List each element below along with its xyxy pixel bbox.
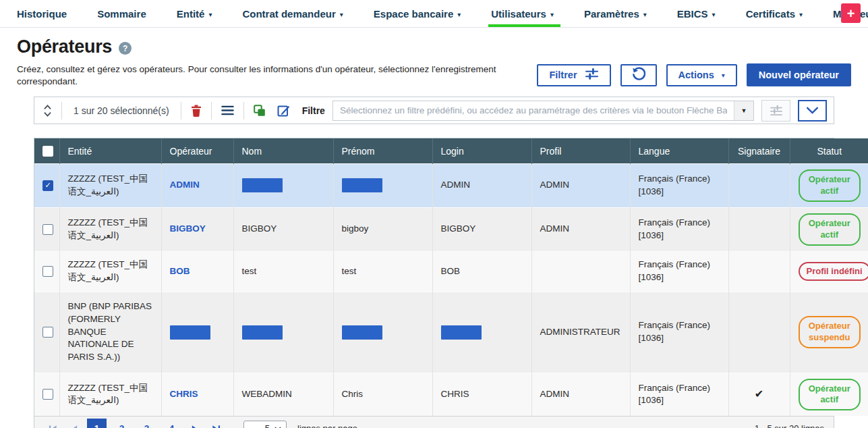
redacted-value: [441, 325, 482, 340]
page-numbers: 1234: [87, 419, 181, 428]
edit-icon[interactable]: [275, 103, 292, 118]
column-header-select[interactable]: [34, 138, 59, 163]
list-menu-icon[interactable]: [219, 104, 236, 117]
nav-item-certificats[interactable]: Certificats▾: [746, 0, 803, 27]
help-icon[interactable]: ?: [119, 42, 132, 55]
nav-item-contrat-demandeur[interactable]: Contrat demandeur▾: [242, 0, 343, 27]
nav-item-entite[interactable]: Entité▾: [177, 0, 212, 27]
table-row[interactable]: ZZZZZ (TEST_中国语文_العربية)CHRISWEBADMINCh…: [34, 373, 868, 416]
nav-item-historique[interactable]: Historique: [17, 0, 67, 27]
criteria-settings-button[interactable]: [761, 100, 790, 122]
nav-item-label: Certificats: [746, 8, 795, 20]
toolbar-separator: [211, 102, 212, 119]
redacted-value: [242, 178, 283, 192]
nav-item-sommaire[interactable]: Sommaire: [97, 0, 146, 27]
next-page-icon[interactable]: [185, 419, 203, 428]
table-row[interactable]: ZZZZZ (TEST_中国语文_العربية)BIGBOYBIGBOYbig…: [34, 207, 868, 251]
row-checkbox[interactable]: [42, 327, 53, 338]
chevron-down-icon: ▾: [340, 11, 343, 18]
column-header-prenom[interactable]: Prénom: [333, 138, 432, 163]
nav-item-parametres[interactable]: Paramètres▾: [584, 0, 647, 27]
combobox-dropdown-icon[interactable]: ▼: [734, 101, 753, 120]
status-badge: Opérateur actif: [799, 213, 861, 246]
toolbar-separator: [61, 102, 62, 119]
previous-page-icon[interactable]: [65, 419, 83, 428]
pagination-bar: 1234 5 lignes par page 1 - 5 sur 20 lign…: [34, 416, 834, 428]
nav-item-utilisateurs[interactable]: Utilisateurs▾: [491, 0, 554, 27]
column-header-entite[interactable]: Entité: [59, 138, 161, 163]
page-number-1[interactable]: 1: [87, 419, 107, 428]
row-checkbox[interactable]: [42, 266, 53, 277]
refresh-button[interactable]: [620, 64, 657, 86]
last-page-icon[interactable]: [207, 419, 225, 428]
collapse-expand-icon[interactable]: [41, 103, 54, 119]
operator-link[interactable]: ADMIN: [170, 180, 200, 190]
filter-combobox: ▼: [332, 101, 754, 121]
cell-prenom: [333, 163, 432, 207]
cell-nom: test: [233, 251, 333, 292]
filter-input[interactable]: [333, 101, 734, 120]
page-number-3[interactable]: 3: [137, 419, 156, 428]
filter-field-label: Filtre: [302, 105, 325, 116]
cell-statut: Opérateur actif: [790, 163, 868, 207]
add-button[interactable]: +: [841, 3, 861, 23]
cell-langue: Français (France) [1036]: [630, 373, 728, 416]
cell-nom: WEBADMIN: [233, 373, 333, 416]
expand-filter-button[interactable]: [798, 100, 827, 122]
cell-operator: BOB: [161, 251, 233, 292]
page-size-select[interactable]: 5: [243, 421, 287, 428]
nav-item-espace-bancaire[interactable]: Espace bancaire▾: [374, 0, 461, 27]
status-badge: Profil indéfini: [799, 262, 868, 282]
operator-link[interactable]: BIGBOY: [170, 223, 206, 234]
select-all-checkbox[interactable]: [42, 146, 53, 157]
chevron-down-icon: ▾: [457, 11, 461, 18]
selection-count: 1 sur 20 sélectionné(s): [69, 105, 173, 116]
page-size-value: 5: [265, 423, 270, 428]
page-size-label: lignes par page: [297, 423, 357, 428]
cell-statut: Opérateur suspendu: [790, 292, 868, 373]
first-page-icon[interactable]: [44, 419, 61, 428]
column-header-langue[interactable]: Langue: [630, 138, 728, 163]
operator-link[interactable]: BOB: [170, 266, 190, 276]
cell-login: BIGBOY: [432, 207, 531, 251]
row-checkbox[interactable]: [42, 389, 53, 400]
table-row[interactable]: BNP (BNP PARIBAS (FORMERLY BANQUE NATION…: [34, 292, 868, 373]
header-actions: Filtrer: [537, 63, 851, 86]
nav-item-ebics[interactable]: EBICS▾: [677, 0, 716, 27]
operators-table: EntitéOpérateurNomPrénomLoginProfilLangu…: [34, 138, 834, 428]
redacted-value: [342, 178, 382, 192]
nav-items: HistoriqueSommaireEntité▾Contrat demande…: [17, 0, 868, 27]
column-header-statut[interactable]: Statut: [790, 138, 868, 163]
duplicate-icon[interactable]: [252, 103, 268, 118]
cell-select: [34, 207, 59, 251]
new-operator-button[interactable]: Nouvel opérateur: [747, 63, 851, 86]
actions-button[interactable]: Actions ▾: [666, 64, 737, 86]
column-header-signataire[interactable]: Signataire: [728, 138, 790, 163]
column-header-operateur[interactable]: Opérateur: [161, 138, 233, 163]
column-header-login[interactable]: Login: [432, 138, 531, 163]
column-header-nom[interactable]: Nom: [233, 138, 333, 163]
table-header-row: EntitéOpérateurNomPrénomLoginProfilLangu…: [34, 138, 868, 163]
cell-nom: [233, 292, 333, 373]
row-range-text: 1 - 5 sur 20 lignes: [755, 423, 824, 428]
operator-link[interactable]: CHRIS: [170, 389, 198, 399]
row-checkbox[interactable]: [42, 224, 53, 235]
cell-signataire: [728, 251, 790, 292]
cell-operator: CHRIS: [161, 373, 233, 416]
filter-button[interactable]: Filtrer: [537, 64, 610, 86]
column-header-profil[interactable]: Profil: [531, 138, 630, 163]
table-row[interactable]: ZZZZZ (TEST_中国语文_العربية)BOBtesttestBOBF…: [34, 251, 868, 292]
page-number-2[interactable]: 2: [112, 419, 132, 428]
chevron-down-icon: ▾: [208, 11, 212, 18]
row-checkbox[interactable]: ✓: [42, 180, 53, 191]
toolbar-separator: [243, 102, 244, 119]
nav-item-label: Paramètres: [584, 8, 639, 20]
cell-signataire: [728, 163, 790, 207]
table-row[interactable]: ✓ZZZZZ (TEST_中国语文_العربية)ADMINADMINADMI…: [34, 163, 868, 207]
page-description: Créez, consultez et gérez vos opérateurs…: [17, 63, 523, 88]
cell-select: ✓: [34, 163, 59, 207]
cell-profil: [531, 251, 630, 292]
cell-profil: ADMINISTRATEUR: [531, 292, 630, 373]
delete-icon[interactable]: [189, 103, 204, 118]
page-number-4[interactable]: 4: [162, 419, 181, 428]
